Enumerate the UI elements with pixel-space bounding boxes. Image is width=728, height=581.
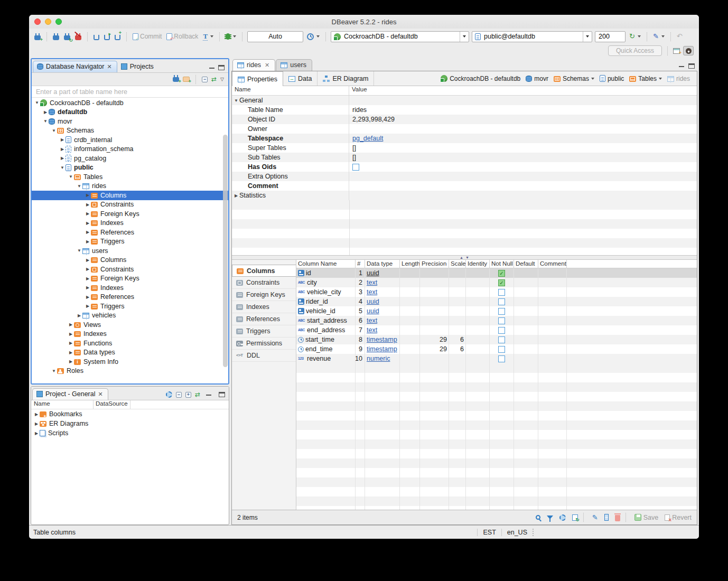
scrollbar-thumb[interactable]	[223, 135, 228, 367]
connection-selector[interactable]: CockroachDB - defaultdb	[331, 31, 469, 42]
property-row[interactable]: Sub Tables []	[232, 153, 697, 162]
fetch-size-input[interactable]	[595, 31, 626, 42]
disclosure-triangle-icon[interactable]: ▶	[85, 193, 91, 198]
detail-tab[interactable]: Foreign Keys	[232, 289, 296, 301]
disclosure-triangle-icon[interactable]: ▼	[51, 369, 57, 373]
tree-item[interactable]: ▶ Foreign Keys	[32, 209, 228, 219]
table-row[interactable]: vehicle_city 3 text	[296, 287, 697, 297]
tree-item[interactable]: ▶ Constraints	[32, 265, 228, 274]
schema-dropdown[interactable]	[583, 32, 592, 42]
refresh-button[interactable]: ↻	[628, 32, 642, 41]
refresh-list-button[interactable]	[572, 514, 578, 521]
commit-mode-combo[interactable]: Auto	[247, 31, 303, 42]
property-row[interactable]: Comment	[232, 181, 697, 191]
notnull-checkbox[interactable]	[498, 346, 505, 353]
disclosure-triangle-icon[interactable]: ▶	[85, 258, 91, 263]
sql-editor-button[interactable]	[92, 33, 100, 41]
tab-database-navigator[interactable]: Database Navigator ✕	[33, 61, 117, 72]
tree-item[interactable]: ▼ Tables	[32, 172, 228, 182]
table-row[interactable]: vehicle_id 5 uuid	[296, 306, 697, 316]
col-header[interactable]: Column Name	[296, 260, 356, 268]
tree-item[interactable]: ▶ Indexes	[32, 283, 228, 293]
datatype-link[interactable]: numeric	[367, 355, 390, 362]
revert-button[interactable]: Revert	[665, 514, 692, 521]
tree-item[interactable]: ▼ users	[32, 246, 228, 256]
col-header[interactable]: Precision	[420, 260, 449, 268]
disclosure-triangle-icon[interactable]: ▼	[51, 128, 57, 133]
disclosure-triangle-icon[interactable]: ▶	[85, 211, 91, 216]
tree-item[interactable]: ▶ Columns	[32, 256, 228, 265]
tree-item[interactable]: ▶ Foreign Keys	[32, 274, 228, 284]
editor-subtab[interactable]: Data	[283, 71, 318, 86]
property-row[interactable]: ▶ Statistics	[232, 191, 697, 200]
datatype-link[interactable]: uuid	[367, 269, 379, 277]
new-sql-editor-button[interactable]	[114, 33, 122, 41]
dbeaver-perspective-icon[interactable]	[683, 46, 694, 55]
connect-button[interactable]	[52, 33, 60, 41]
detail-tab[interactable]: Columns	[232, 265, 296, 277]
disclosure-triangle-icon[interactable]: ▼	[76, 248, 82, 253]
disclosure-triangle-icon[interactable]: ▶	[33, 412, 40, 417]
notnull-checkbox[interactable]	[498, 327, 505, 334]
datatype-link[interactable]: timestamp	[367, 336, 397, 343]
notnull-checkbox[interactable]	[498, 355, 505, 362]
transaction-log-button[interactable]	[306, 33, 321, 41]
notnull-checkbox[interactable]	[498, 336, 505, 343]
locale-indicator[interactable]: en_US	[507, 529, 527, 536]
detail-tab[interactable]: References	[232, 313, 296, 325]
breadcrumb-item[interactable]: Tables	[628, 74, 664, 83]
gear-icon[interactable]	[166, 391, 172, 398]
disclosure-triangle-icon[interactable]: ▶	[85, 285, 91, 290]
property-row[interactable]: Extra Options	[232, 172, 697, 181]
disclosure-triangle-icon[interactable]: ▶	[85, 267, 91, 271]
disclosure-triangle-icon[interactable]: ▼	[42, 119, 49, 124]
datatype-link[interactable]: timestamp	[367, 345, 397, 353]
table-row[interactable]: end_time 9 timestamp 29 6	[296, 344, 697, 354]
col-header[interactable]: Length	[400, 260, 420, 268]
delete-column-button[interactable]	[615, 514, 620, 521]
rollback-button[interactable]: Rollback	[165, 32, 199, 41]
tree-item[interactable]: ▶ References	[32, 228, 228, 237]
tree-item[interactable]: ▼ Roles	[32, 367, 228, 376]
tab-projects[interactable]: Projects	[117, 61, 158, 72]
tab-project-general[interactable]: Project - General ✕	[32, 388, 108, 400]
notnull-checkbox[interactable]	[498, 270, 505, 277]
new-connection-button[interactable]	[33, 33, 42, 41]
minimize-editor-button[interactable]	[678, 63, 685, 69]
new-folder-icon[interactable]	[183, 77, 190, 82]
project-item[interactable]: ▶ ER Diagrams	[31, 419, 229, 428]
close-icon[interactable]: ✕	[107, 64, 111, 69]
col-header[interactable]: Not Null	[490, 260, 514, 268]
commit-button[interactable]: Commit	[132, 32, 163, 41]
tree-item[interactable]: ▶ Views	[32, 320, 228, 330]
configure-button[interactable]	[559, 514, 566, 521]
tree-item[interactable]: ▶ System Info	[32, 357, 228, 367]
connection-dropdown[interactable]	[460, 32, 469, 42]
transaction-mode-button[interactable]: T	[202, 32, 214, 41]
col-header[interactable]: Default	[514, 260, 538, 268]
maximize-view-button[interactable]	[219, 392, 225, 397]
disclosure-triangle-icon[interactable]: ▶	[85, 276, 91, 281]
disclosure-triangle-icon[interactable]: ▶	[85, 304, 91, 308]
open-sql-console-button[interactable]	[103, 33, 111, 41]
property-value[interactable]: []	[352, 144, 356, 152]
disclosure-triangle-icon[interactable]: ▶	[68, 322, 74, 327]
table-row[interactable]: start_time 8 timestamp 29 6	[296, 335, 697, 344]
notnull-checkbox[interactable]	[498, 298, 505, 305]
tree-item[interactable]: ▼ movr	[32, 117, 228, 126]
property-row[interactable]: ▼ General	[232, 96, 697, 105]
header-value[interactable]: Value	[349, 86, 697, 95]
maximize-view-button[interactable]	[218, 65, 225, 70]
edit-object-button[interactable]: ✎	[592, 514, 598, 521]
table-row[interactable]: start_address 6 text	[296, 316, 697, 325]
link-with-editor-icon[interactable]: ⇄	[195, 391, 200, 398]
disclosure-triangle-icon[interactable]: ▶	[85, 239, 91, 244]
table-row[interactable]: rider_id 4 uuid	[296, 297, 697, 306]
disclosure-triangle-icon[interactable]: ▶	[68, 341, 74, 345]
disclosure-triangle-icon[interactable]: ▼	[233, 98, 239, 103]
col-header[interactable]: Data type	[365, 260, 400, 268]
editor-subtab[interactable]: Properties	[232, 71, 283, 86]
filter-button[interactable]	[547, 516, 553, 519]
schema-selector[interactable]: public@defaultdb	[472, 31, 592, 42]
tree-item[interactable]: ▶ crdb_internal	[32, 135, 228, 145]
